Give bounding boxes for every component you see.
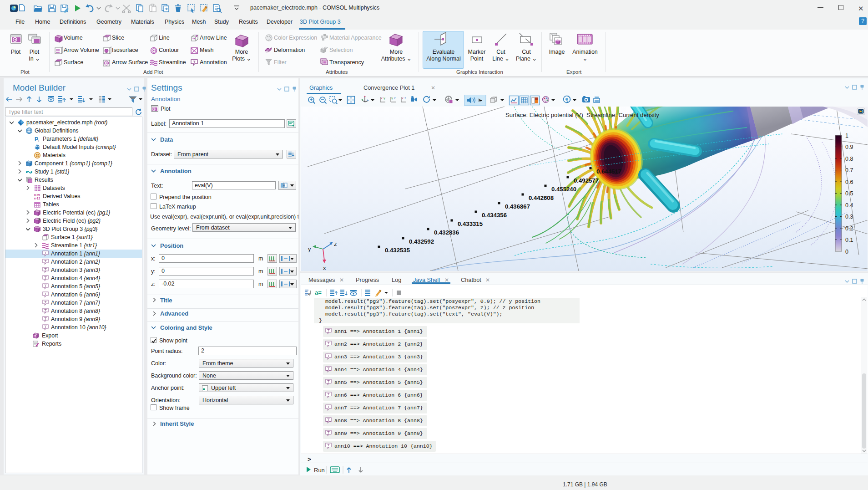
svg-text:0.433315: 0.433315 [458,220,483,227]
svg-text:z: z [394,96,396,100]
svg-text:0: 0 [845,249,848,255]
svg-text:0.5: 0.5 [845,190,853,197]
svg-text:0.8: 0.8 [845,156,853,162]
svg-text:1: 1 [845,133,848,139]
svg-text:0.7: 0.7 [845,167,853,174]
svg-text:0.432535: 0.432535 [385,247,410,254]
svg-text:y: y [384,96,385,100]
svg-text:Surface: Electric potential (V: Surface: Electric potential (V) Streamli… [505,112,659,118]
svg-text:0.2: 0.2 [845,225,853,232]
svg-text:0.436867: 0.436867 [505,203,530,210]
svg-text:0.1: 0.1 [845,237,853,243]
svg-text:x: x [381,96,383,100]
svg-text:Run: Run [314,467,325,474]
svg-text:y: y [391,96,393,100]
svg-text:0.432592: 0.432592 [409,238,434,245]
svg-text:0.432836: 0.432836 [434,229,459,236]
svg-text:0.9: 0.9 [845,144,853,150]
svg-text:0.6: 0.6 [845,179,853,185]
svg-text:0.4: 0.4 [845,202,853,209]
svg-text:0.492577: 0.492577 [574,177,599,184]
svg-text:z: z [404,96,406,100]
svg-text:0.644517: 0.644517 [596,168,621,175]
svg-text:0.455240: 0.455240 [551,186,576,193]
svg-text:z: z [334,240,337,247]
svg-text:y: y [308,245,311,252]
svg-text:0.442608: 0.442608 [529,194,554,201]
svg-text:0.434356: 0.434356 [482,212,507,219]
svg-text:a=: a= [315,289,322,296]
svg-text:0.3: 0.3 [845,214,853,220]
svg-text:x: x [402,96,404,100]
svg-text:x: x [323,265,326,271]
